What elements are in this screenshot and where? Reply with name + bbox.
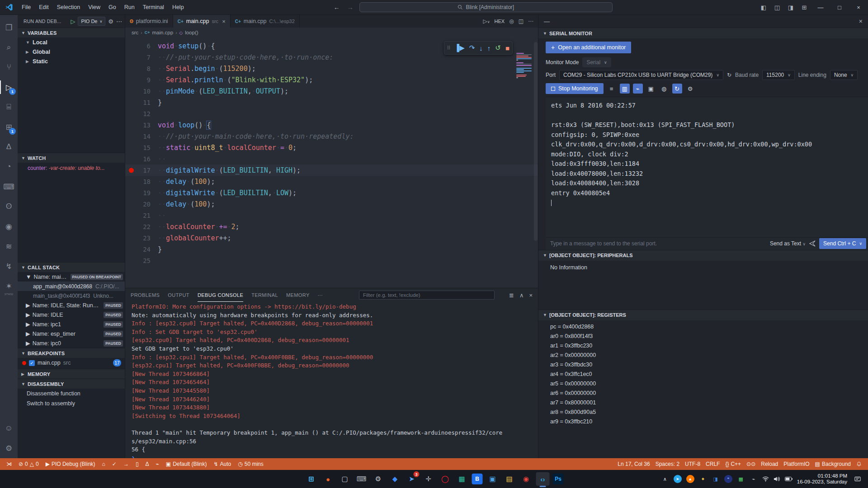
variables-scope-local[interactable]: ▼Local: [18, 38, 125, 47]
reload-button[interactable]: Reload: [758, 458, 781, 470]
run-and-debug-icon[interactable]: ▷1: [0, 77, 18, 97]
tray-chevron-up-icon[interactable]: ∧: [661, 475, 669, 483]
yellow-tray-icon[interactable]: ✦: [699, 475, 707, 483]
disassembly-section-header[interactable]: ▼ DISASSEMBLY: [18, 379, 125, 389]
blue-app-icon[interactable]: ◆: [388, 472, 402, 486]
code-line-20[interactable]: 20··delay·(100);: [125, 198, 538, 210]
register-ar9[interactable]: ar9 = 0x3ffbc210: [538, 417, 868, 427]
serial-output[interactable]: ets Jun 8 2016 00:22:57 rst:0x3 (SW_RESE…: [546, 97, 868, 237]
menu-run[interactable]: Run: [120, 4, 139, 10]
code-line-15[interactable]: 15··static·uint8_t·localCounter·=·0;: [125, 142, 538, 153]
continue-icon[interactable]: ▐▶: [455, 44, 465, 52]
step-over-icon[interactable]: ↷: [469, 44, 475, 52]
serial-message-input[interactable]: Type in a message to send to the serial …: [546, 240, 770, 247]
notifications-bell[interactable]: [854, 458, 864, 470]
minimize-button[interactable]: —: [811, 0, 830, 15]
pio-home-button[interactable]: ⌂: [99, 458, 108, 470]
panel-tab-terminal[interactable]: TERMINAL: [251, 288, 278, 302]
opera-red-icon[interactable]: ◯: [439, 472, 452, 486]
pio-build-button[interactable]: ✓: [109, 458, 119, 470]
send-ctrl-c-button[interactable]: Send Ctrl + C∨: [819, 238, 866, 249]
code-line-11[interactable]: 11}: [125, 97, 538, 108]
avast-icon[interactable]: ▲: [686, 475, 694, 483]
debug-gear-icon[interactable]: ⚙: [108, 18, 113, 25]
register-ar0[interactable]: ar0 = 0x800f14f3: [538, 332, 868, 341]
paper-plane-icon[interactable]: ➤3: [405, 472, 419, 486]
debug-more-icon[interactable]: ⋯: [116, 18, 122, 25]
step-into-icon[interactable]: ↓: [479, 44, 483, 52]
chrome-icon[interactable]: ◉: [519, 472, 533, 486]
register-ar6[interactable]: ar6 = 0x00000000: [538, 389, 868, 398]
toggle-panel-icon[interactable]: ◫: [770, 4, 784, 11]
panel-tab-more[interactable]: ⋯: [318, 288, 323, 302]
code-line-12[interactable]: 12: [125, 108, 538, 119]
minimize-panel-icon[interactable]: —: [544, 18, 550, 25]
call-stack-thread[interactable]: ▶Name: IDLE, State: Running ...PAUSED: [18, 300, 125, 310]
language-status[interactable]: {}C++: [722, 458, 744, 470]
minimap[interactable]: [516, 53, 533, 80]
editor-tab-main.cpp[interactable]: C+main.cppsrc×: [173, 15, 231, 28]
register-ar2[interactable]: ar2 = 0x00000000: [538, 351, 868, 360]
back-arrow-icon[interactable]: ←: [332, 4, 341, 11]
breadcrumb-item[interactable]: loop(): [185, 30, 198, 35]
register-ar4[interactable]: ar4 = 0x3ffc1ec0: [538, 370, 868, 379]
menu-go[interactable]: Go: [104, 4, 120, 10]
blue-arrow-tray-icon[interactable]: ◨: [712, 475, 720, 483]
menu-file[interactable]: File: [18, 4, 35, 10]
register-ar8[interactable]: ar8 = 0x800d90a5: [538, 408, 868, 417]
debug-console-output[interactable]: PlatformIO: More configuration options -…: [125, 302, 538, 458]
vscode-icon[interactable]: ‹›: [536, 472, 550, 486]
pio-env-switcher[interactable]: ▣ Default (Blink): [163, 458, 210, 470]
variables-section-header[interactable]: ▼ VARIABLES: [18, 28, 125, 38]
remote-face-icon[interactable]: ⊙⊙: [744, 458, 758, 470]
session-duration[interactable]: ◷50 mins: [235, 458, 266, 470]
split-editor-icon[interactable]: ◫: [519, 18, 524, 24]
breadcrumb-item[interactable]: main.cpp: [152, 30, 173, 35]
registers-section-header[interactable]: ▼ [OBJECT OBJECT]: REGISTERS: [538, 310, 868, 320]
register-ar5[interactable]: ar5 = 0x00000000: [538, 379, 868, 389]
code-line-23[interactable]: 23··globalCounter++;: [125, 232, 538, 244]
pio-debug-status[interactable]: ▶ PIO Debug (Blink): [43, 458, 98, 470]
platformio-icon[interactable]: ʘ: [0, 197, 18, 216]
step-out-icon[interactable]: ↑: [487, 44, 491, 52]
run-file-icon[interactable]: ▷∨: [483, 18, 490, 24]
plug-icon[interactable]: ⌁: [633, 84, 643, 94]
lightning-icon[interactable]: ↯: [0, 256, 18, 276]
monitor-app-icon[interactable]: ▣: [486, 472, 500, 486]
settings-gear-icon[interactable]: ⚙: [372, 472, 385, 486]
encoding-status[interactable]: UTF-8: [682, 458, 703, 470]
monitor-mode-dropdown[interactable]: Serial∨: [582, 57, 611, 67]
folder-icon[interactable]: ▤: [503, 472, 516, 486]
line-ending-dropdown[interactable]: None∨: [830, 70, 858, 80]
call-stack-thread[interactable]: ▶Name: IDLEPAUSED: [18, 310, 125, 319]
start-debug-icon[interactable]: ▷: [71, 18, 75, 25]
quote-tray-icon[interactable]: ❝: [724, 475, 732, 483]
code-line-21[interactable]: 21··: [125, 210, 538, 221]
remote-indicator[interactable]: ⋊: [4, 458, 14, 470]
code-line-22[interactable]: 22··localCounter·+=·2;: [125, 221, 538, 232]
close-tab-icon[interactable]: ×: [222, 18, 226, 25]
code-line-17[interactable]: 17··digitalWrite·(LED_BUILTIN,·HIGH);: [125, 164, 538, 176]
breadcrumb[interactable]: src›C+main.cpp›◇loop(): [125, 28, 538, 38]
tools-icon[interactable]: ✛: [422, 472, 435, 486]
profiler-icon[interactable]: ◔: [0, 157, 18, 177]
breakpoint-checkbox[interactable]: ✓: [29, 360, 35, 366]
breakpoint-item[interactable]: ✓main.cppsrc17: [18, 358, 125, 368]
docker-icon[interactable]: ≋: [0, 236, 18, 256]
explorer-icon[interactable]: ❐: [0, 18, 18, 38]
file-explorer-window-icon[interactable]: ▢: [338, 472, 352, 486]
call-stack-thread-main[interactable]: ▼Name: main, ...PAUSED ON BREAKPOINT: [18, 272, 125, 282]
close-right-panel-icon[interactable]: ×: [859, 18, 863, 25]
call-stack-thread[interactable]: ▶Name: ipc0PAUSED: [18, 338, 125, 348]
command-center-search[interactable]: Blink [Administrator]: [359, 2, 613, 12]
shield-icon[interactable]: ◍: [659, 84, 669, 94]
breadcrumb-item[interactable]: src: [132, 30, 138, 35]
panel-tab-output[interactable]: OUTPUT: [168, 288, 189, 302]
manage-gear-icon[interactable]: ⚙: [0, 438, 18, 458]
more-actions-icon[interactable]: ⋯: [528, 18, 533, 24]
stack-frame[interactable]: app_main@0x400d2868C:/.PIO/...: [18, 282, 125, 291]
call-stack-section-header[interactable]: ▼ CALL STACK: [18, 262, 125, 272]
menu-icon[interactable]: ≡: [607, 84, 617, 94]
start-button[interactable]: ⊞: [305, 472, 318, 486]
open-additional-monitor-button[interactable]: + Open an additional monitor: [546, 42, 631, 53]
